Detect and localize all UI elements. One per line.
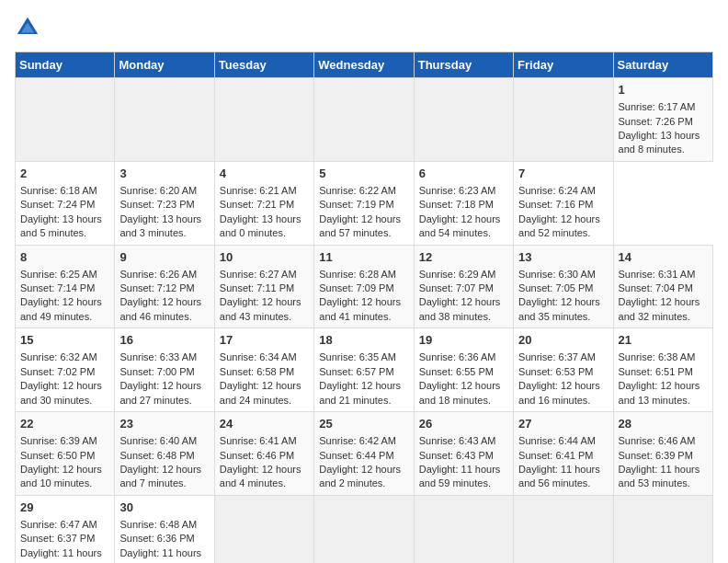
calendar-day: 15Sunrise: 6:32 AMSunset: 7:02 PMDayligh… (16, 328, 115, 412)
calendar-day-empty (314, 495, 414, 563)
day-number: 13 (518, 249, 608, 266)
calendar-day: 5Sunrise: 6:22 AMSunset: 7:19 PMDaylight… (314, 161, 414, 245)
calendar-day-empty (214, 495, 313, 563)
logo-icon (15, 15, 40, 40)
day-of-week-header: Monday (115, 52, 214, 78)
calendar-header-row: SundayMondayTuesdayWednesdayThursdayFrid… (16, 52, 713, 78)
calendar-day-empty (414, 78, 513, 162)
day-number: 28 (619, 416, 708, 432)
day-number: 23 (119, 416, 209, 432)
day-of-week-header: Sunday (16, 52, 115, 78)
day-number: 21 (619, 332, 708, 349)
calendar-day: 4Sunrise: 6:21 AMSunset: 7:21 PMDaylight… (214, 161, 313, 245)
calendar-day-empty (214, 78, 313, 162)
day-of-week-header: Tuesday (214, 52, 313, 78)
calendar-day: 7Sunrise: 6:24 AMSunset: 7:16 PMDaylight… (514, 161, 613, 245)
day-number: 2 (20, 166, 109, 182)
calendar-day: 11Sunrise: 6:28 AMSunset: 7:09 PMDayligh… (314, 245, 414, 328)
calendar-day: 25Sunrise: 6:42 AMSunset: 6:44 PMDayligh… (314, 412, 414, 496)
day-number: 27 (518, 416, 608, 432)
calendar-day: 26Sunrise: 6:43 AMSunset: 6:43 PMDayligh… (414, 412, 513, 496)
calendar-day: 30Sunrise: 6:48 AMSunset: 6:36 PMDayligh… (115, 495, 214, 563)
calendar-day: 2Sunrise: 6:18 AMSunset: 7:24 PMDaylight… (16, 161, 115, 245)
day-of-week-header: Friday (514, 52, 613, 78)
calendar-day-empty (613, 495, 712, 563)
day-number: 4 (220, 166, 309, 182)
day-number: 3 (119, 166, 209, 182)
day-number: 18 (319, 332, 408, 349)
day-number: 26 (419, 416, 508, 432)
day-number: 29 (20, 500, 109, 516)
day-number: 5 (319, 166, 408, 182)
calendar-table: SundayMondayTuesdayWednesdayThursdayFrid… (15, 52, 713, 563)
calendar-day: 27Sunrise: 6:44 AMSunset: 6:41 PMDayligh… (514, 412, 613, 496)
day-number: 11 (319, 249, 408, 266)
day-number: 20 (518, 332, 608, 349)
calendar-day: 18Sunrise: 6:35 AMSunset: 6:57 PMDayligh… (314, 328, 414, 412)
day-number: 10 (220, 249, 309, 266)
day-number: 8 (20, 249, 109, 266)
day-number: 24 (220, 416, 309, 432)
day-number: 22 (20, 416, 109, 432)
day-number: 15 (20, 332, 109, 349)
calendar-day: 22Sunrise: 6:39 AMSunset: 6:50 PMDayligh… (16, 412, 115, 496)
day-number: 16 (119, 332, 209, 349)
calendar-day: 24Sunrise: 6:41 AMSunset: 6:46 PMDayligh… (214, 412, 313, 496)
calendar-week-row: 29Sunrise: 6:47 AMSunset: 6:37 PMDayligh… (16, 495, 713, 563)
calendar-day: 16Sunrise: 6:33 AMSunset: 7:00 PMDayligh… (115, 328, 214, 412)
calendar-day: 14Sunrise: 6:31 AMSunset: 7:04 PMDayligh… (613, 245, 712, 328)
calendar-week-row: 8Sunrise: 6:25 AMSunset: 7:14 PMDaylight… (16, 245, 713, 328)
calendar-day: 10Sunrise: 6:27 AMSunset: 7:11 PMDayligh… (214, 245, 313, 328)
day-number: 25 (319, 416, 408, 432)
calendar-day: 8Sunrise: 6:25 AMSunset: 7:14 PMDaylight… (16, 245, 115, 328)
day-number: 17 (220, 332, 309, 349)
day-of-week-header: Wednesday (314, 52, 414, 78)
calendar-day: 13Sunrise: 6:30 AMSunset: 7:05 PMDayligh… (514, 245, 613, 328)
calendar-week-row: 22Sunrise: 6:39 AMSunset: 6:50 PMDayligh… (16, 412, 713, 496)
calendar-day: 9Sunrise: 6:26 AMSunset: 7:12 PMDaylight… (115, 245, 214, 328)
calendar-day: 12Sunrise: 6:29 AMSunset: 7:07 PMDayligh… (414, 245, 513, 328)
day-number: 1 (619, 82, 708, 98)
calendar-week-row: 15Sunrise: 6:32 AMSunset: 7:02 PMDayligh… (16, 328, 713, 412)
logo (15, 15, 44, 40)
day-of-week-header: Thursday (414, 52, 513, 78)
day-number: 12 (419, 249, 508, 266)
calendar-day: 6Sunrise: 6:23 AMSunset: 7:18 PMDaylight… (414, 161, 513, 245)
calendar-day: 29Sunrise: 6:47 AMSunset: 6:37 PMDayligh… (16, 495, 115, 563)
day-of-week-header: Saturday (613, 52, 712, 78)
calendar-day-empty (16, 78, 115, 162)
calendar-day-empty (514, 78, 613, 162)
day-number: 19 (419, 332, 508, 349)
calendar-day: 23Sunrise: 6:40 AMSunset: 6:48 PMDayligh… (115, 412, 214, 496)
calendar-week-row: 2Sunrise: 6:18 AMSunset: 7:24 PMDaylight… (16, 161, 713, 245)
day-number: 9 (119, 249, 209, 266)
calendar-day-empty (414, 495, 513, 563)
calendar-day: 3Sunrise: 6:20 AMSunset: 7:23 PMDaylight… (115, 161, 214, 245)
day-number: 14 (619, 249, 708, 266)
day-number: 7 (518, 166, 608, 182)
calendar-day: 17Sunrise: 6:34 AMSunset: 6:58 PMDayligh… (214, 328, 313, 412)
calendar-week-row: 1Sunrise: 6:17 AMSunset: 7:26 PMDaylight… (16, 78, 713, 162)
day-number: 30 (119, 500, 209, 516)
day-number: 6 (419, 166, 508, 182)
calendar-day: 19Sunrise: 6:36 AMSunset: 6:55 PMDayligh… (414, 328, 513, 412)
calendar-day: 21Sunrise: 6:38 AMSunset: 6:51 PMDayligh… (613, 328, 712, 412)
calendar-day: 1Sunrise: 6:17 AMSunset: 7:26 PMDaylight… (613, 78, 712, 162)
page-header (15, 15, 713, 40)
calendar-day-empty (514, 495, 613, 563)
calendar-day: 20Sunrise: 6:37 AMSunset: 6:53 PMDayligh… (514, 328, 613, 412)
calendar-day-empty (115, 78, 214, 162)
calendar-day-empty (314, 78, 414, 162)
calendar-day: 28Sunrise: 6:46 AMSunset: 6:39 PMDayligh… (613, 412, 712, 496)
